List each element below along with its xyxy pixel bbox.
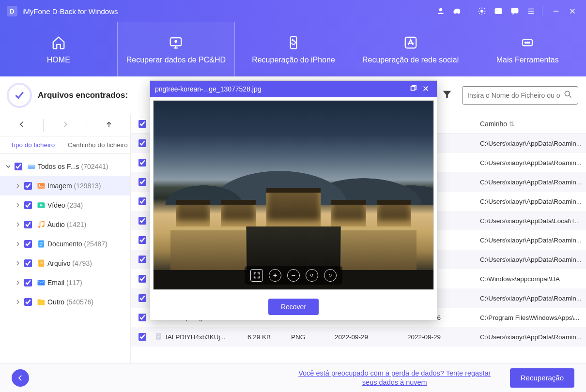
tree-checkbox[interactable] xyxy=(24,240,32,248)
svg-point-19 xyxy=(42,225,44,227)
tree-item-imagem[interactable]: Imagem (129813) xyxy=(0,176,130,196)
mail-icon[interactable] xyxy=(492,4,505,18)
settings-icon[interactable] xyxy=(475,4,489,18)
back-button[interactable] xyxy=(12,369,29,387)
tree-item-outro[interactable]: Outro (540576) xyxy=(0,292,130,312)
preview-recover-button[interactable]: Recover xyxy=(268,299,319,315)
preview-image: ↺ ↻ xyxy=(153,100,434,290)
tab-label: Recuperação do iPhone xyxy=(252,56,335,64)
row-checkbox[interactable] xyxy=(139,333,146,341)
nav-back-icon[interactable] xyxy=(0,120,43,130)
svg-rect-25 xyxy=(411,86,415,90)
filter-icon[interactable] xyxy=(442,89,452,101)
row-checkbox[interactable] xyxy=(139,217,146,225)
chevron-right-icon[interactable] xyxy=(15,300,21,304)
rotate-left-icon[interactable]: ↺ xyxy=(306,269,318,282)
tree-root-all-files[interactable]: Todos os F...s (702441) xyxy=(0,157,130,176)
sidebar: Tipo do ficheiro Canhinho do ficheiro To… xyxy=(0,114,131,363)
feedback-icon[interactable] xyxy=(508,4,522,18)
close-icon[interactable] xyxy=(566,4,579,18)
row-checkbox[interactable] xyxy=(139,139,146,147)
tab-label: HOME xyxy=(47,56,70,64)
tab-home[interactable]: HOME xyxy=(0,22,117,76)
tree-item-documento[interactable]: Documento (25487) xyxy=(0,234,130,254)
tree-checkbox[interactable] xyxy=(24,259,32,267)
chevron-right-icon[interactable] xyxy=(15,241,21,246)
svg-point-16 xyxy=(39,184,40,186)
tab-social[interactable]: Recuperação de rede social xyxy=(352,22,469,76)
type-icon xyxy=(35,278,47,287)
select-all-checkbox[interactable] xyxy=(139,120,146,128)
preview-restore-icon[interactable] xyxy=(407,85,419,93)
sidebar-tab-filepath[interactable]: Canhinho do ficheiro xyxy=(65,141,131,149)
tree-checkbox[interactable] xyxy=(24,221,32,228)
search-icon xyxy=(563,90,573,101)
chevron-down-icon[interactable] xyxy=(5,164,12,169)
rotate-right-icon[interactable]: ↻ xyxy=(324,269,337,282)
zoom-in-icon[interactable] xyxy=(269,269,281,282)
row-checkbox[interactable] xyxy=(139,275,146,283)
type-icon xyxy=(35,297,47,307)
scan-complete-badge xyxy=(7,83,32,108)
cloud-backup-link[interactable]: Você está preocupado com a perda de dado… xyxy=(293,369,496,387)
row-checkbox[interactable] xyxy=(139,256,146,263)
drive-icon xyxy=(25,162,38,171)
app-logo: D xyxy=(7,6,17,16)
search-box[interactable] xyxy=(462,86,578,105)
tree-checkbox[interactable] xyxy=(24,298,32,306)
chevron-right-icon[interactable] xyxy=(15,261,21,266)
row-checkbox[interactable] xyxy=(139,236,146,244)
discord-icon[interactable] xyxy=(450,4,464,18)
chevron-right-icon[interactable] xyxy=(15,222,21,227)
tree-checkbox[interactable] xyxy=(15,163,22,170)
row-checkbox[interactable] xyxy=(139,159,146,166)
chevron-right-icon[interactable] xyxy=(15,203,21,208)
svg-rect-22 xyxy=(38,280,45,286)
tree-item-vídeo[interactable]: Vídeo (234) xyxy=(0,196,130,215)
home-icon xyxy=(51,34,66,51)
row-checkbox[interactable] xyxy=(139,314,146,321)
row-checkbox[interactable] xyxy=(139,294,146,302)
preview-close-icon[interactable] xyxy=(419,85,432,93)
nav-forward-icon xyxy=(44,120,87,130)
phone-refresh-icon xyxy=(286,34,301,51)
minimize-icon[interactable] xyxy=(549,4,563,18)
account-icon[interactable] xyxy=(434,4,447,18)
tree-checkbox[interactable] xyxy=(24,279,32,286)
tab-pc-hd[interactable]: Recuperar dados de PC&HD xyxy=(117,22,235,76)
menu-icon[interactable] xyxy=(524,4,538,18)
file-path: C:\Windows\appcompat\UA xyxy=(480,275,560,283)
main-nav: HOME Recuperar dados de PC&HD Recuperaçã… xyxy=(0,22,586,76)
row-checkbox[interactable] xyxy=(139,197,146,205)
search-input[interactable] xyxy=(467,91,563,99)
tab-more[interactable]: Mais Ferramentas xyxy=(469,22,586,76)
column-path[interactable]: Caminho⇅ xyxy=(477,120,586,128)
sidebar-tabs: Tipo do ficheiro Canhinho do ficheiro xyxy=(0,136,130,154)
type-icon xyxy=(35,239,47,249)
file-path: C:\Program Files\WindowsApps\... xyxy=(480,314,580,321)
tree-checkbox[interactable] xyxy=(24,182,32,190)
tree-checkbox[interactable] xyxy=(24,201,32,209)
tab-iphone[interactable]: Recuperação do iPhone xyxy=(235,22,352,76)
preview-actions: Recover xyxy=(150,293,437,320)
zoom-out-icon[interactable] xyxy=(287,269,300,282)
chevron-right-icon[interactable] xyxy=(15,280,21,285)
nav-up-icon[interactable] xyxy=(87,120,130,130)
file-date1: 2022-09-29 xyxy=(332,333,404,341)
tree-item-áudio[interactable]: Áudio (1421) xyxy=(0,215,130,234)
titlebar: D iMyFone D-Back for Windows xyxy=(0,0,586,22)
chevron-right-icon[interactable] xyxy=(15,183,21,188)
preview-titlebar[interactable]: pngtree-korean-...ge_13077528.jpg xyxy=(150,81,437,97)
type-icon xyxy=(35,200,47,210)
file-path: C:\Users\xiaoyr\AppData\Local\T... xyxy=(480,217,580,225)
file-path: C:\Users\xiaoyr\AppData\Roamin... xyxy=(480,198,582,205)
type-icon xyxy=(35,181,47,191)
sidebar-tab-filetype[interactable]: Tipo do ficheiro xyxy=(0,141,65,149)
tree-item-email[interactable]: Email (117) xyxy=(0,273,130,292)
table-row[interactable]: IALPDfYH4xb3KUj... 6.29 KB PNG 2022-09-2… xyxy=(131,327,586,347)
recover-button[interactable]: Recuperação xyxy=(510,368,574,388)
row-checkbox[interactable] xyxy=(139,178,146,186)
fullscreen-icon[interactable] xyxy=(250,269,263,282)
tree-item-arquivo[interactable]: Arquivo (4793) xyxy=(0,254,130,273)
file-path: C:\Users\xiaoyr\AppData\Roamin... xyxy=(480,140,582,147)
